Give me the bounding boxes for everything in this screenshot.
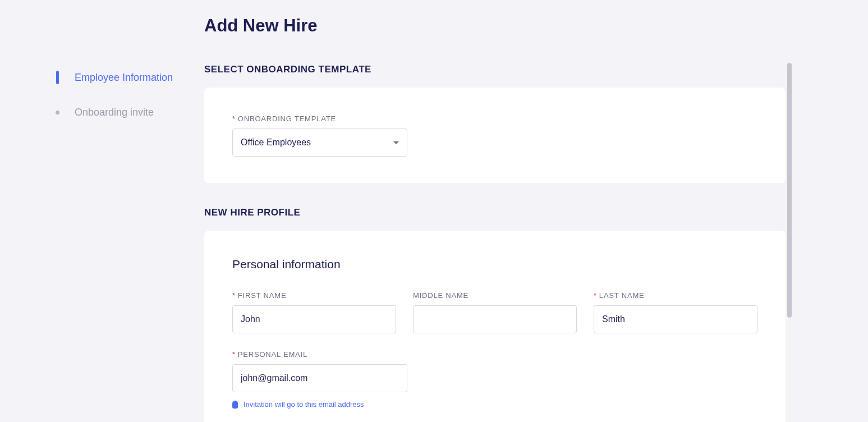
page-title: Add New Hire	[204, 16, 786, 36]
last-name-input[interactable]	[594, 305, 757, 333]
sidebar-item-employee-information[interactable]: Employee Information	[56, 71, 204, 84]
middle-name-input[interactable]	[413, 305, 577, 333]
required-star-icon: *	[594, 291, 597, 300]
last-name-label: *LAST NAME	[594, 291, 757, 300]
personal-email-label: *PERSONAL EMAIL	[232, 350, 407, 359]
chevron-down-icon	[393, 141, 399, 144]
required-star-icon: *	[232, 291, 236, 300]
bulb-icon	[232, 401, 238, 409]
onboarding-template-select[interactable]: Office Employees	[232, 129, 407, 157]
personal-email-input[interactable]	[232, 364, 407, 392]
scrollbar[interactable]	[787, 63, 792, 318]
bullet-icon	[56, 111, 59, 114]
sidebar: Employee Information Onboarding invite	[0, 16, 204, 422]
profile-card: Personal information *FIRST NAME MIDDLE …	[204, 231, 786, 422]
subsection-title: Personal information	[232, 258, 757, 271]
select-value: Office Employees	[241, 137, 311, 148]
first-name-label: *FIRST NAME	[232, 291, 396, 300]
main-content: Add New Hire SELECT ONBOARDING TEMPLATE …	[204, 16, 868, 422]
template-card: *ONBOARDING TEMPLATE Office Employees	[204, 88, 786, 184]
section-header-template: SELECT ONBOARDING TEMPLATE	[204, 64, 786, 75]
middle-name-label: MIDDLE NAME	[413, 291, 577, 300]
sidebar-active-indicator	[56, 71, 59, 84]
sidebar-item-label: Onboarding invite	[75, 107, 154, 118]
email-help-text: Invitation will go to this email address	[244, 400, 364, 409]
sidebar-item-label: Employee Information	[75, 72, 173, 84]
required-star-icon: *	[232, 114, 236, 123]
section-header-profile: NEW HIRE PROFILE	[204, 207, 786, 218]
first-name-input[interactable]	[232, 305, 396, 333]
required-star-icon: *	[232, 350, 236, 359]
sidebar-item-onboarding-invite[interactable]: Onboarding invite	[56, 107, 204, 118]
onboarding-template-label: *ONBOARDING TEMPLATE	[232, 114, 757, 123]
